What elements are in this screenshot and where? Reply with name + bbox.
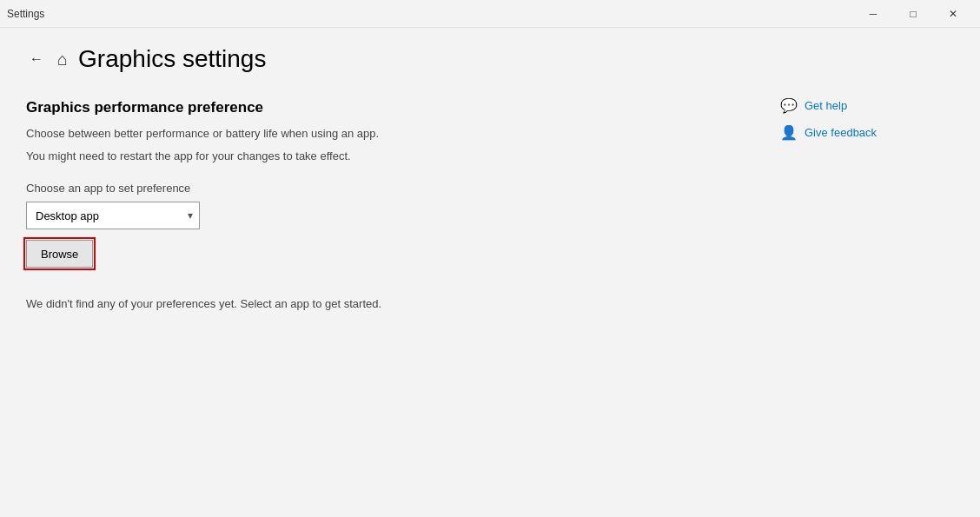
browse-button[interactable]: Browse: [26, 240, 93, 268]
right-panel: 💬 Get help 👤 Give feedback: [763, 80, 954, 169]
back-button[interactable]: ←: [26, 48, 47, 70]
title-bar-left: Settings: [7, 8, 44, 20]
choose-label: Choose an app to set preference: [26, 182, 954, 195]
title-bar-controls: ─ □ ✕: [853, 0, 973, 28]
empty-message: We didn't find any of your preferences y…: [26, 297, 954, 310]
get-help-link[interactable]: 💬 Get help: [780, 97, 937, 114]
settings-title: Settings: [7, 8, 44, 20]
main-content: ← ⌂ Graphics settings Graphics performan…: [0, 28, 980, 517]
page-header: ← ⌂ Graphics settings: [26, 45, 954, 73]
get-help-label: Get help: [805, 99, 847, 112]
page-title: Graphics settings: [78, 45, 266, 73]
feedback-icon: 👤: [780, 124, 798, 141]
dropdown-wrapper: Desktop app Microsoft Store app ▾: [26, 202, 954, 229]
maximize-button[interactable]: □: [893, 0, 933, 28]
give-feedback-link[interactable]: 👤 Give feedback: [780, 124, 937, 141]
help-icon: 💬: [780, 97, 798, 114]
app-type-select[interactable]: Desktop app Microsoft Store app: [26, 202, 200, 229]
minimize-button[interactable]: ─: [853, 0, 893, 28]
close-button[interactable]: ✕: [933, 0, 973, 28]
title-bar: Settings ─ □ ✕: [0, 0, 980, 28]
dropdown-container: Desktop app Microsoft Store app ▾: [26, 202, 200, 229]
home-icon: ⌂: [57, 50, 68, 70]
app-container: ← ⌂ Graphics settings Graphics performan…: [0, 28, 980, 517]
give-feedback-label: Give feedback: [805, 126, 877, 139]
